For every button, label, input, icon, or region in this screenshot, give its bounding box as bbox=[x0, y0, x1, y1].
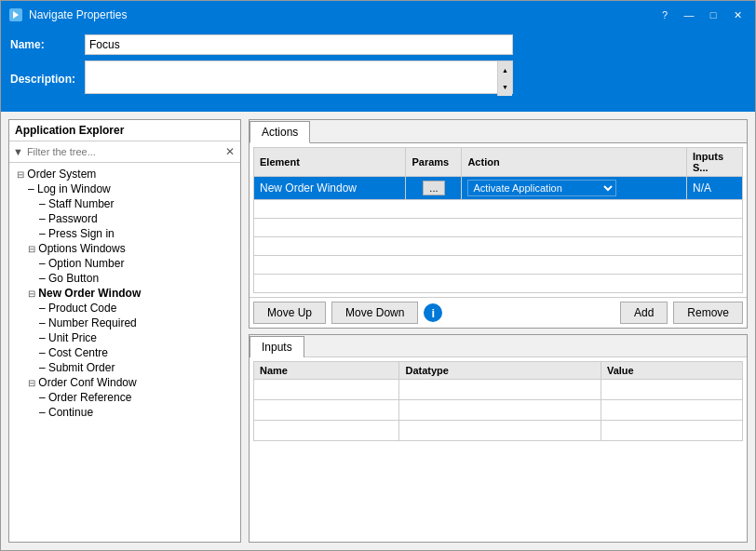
name-input[interactable] bbox=[85, 34, 513, 55]
description-wrapper: ▲ ▼ bbox=[85, 60, 513, 97]
tree-label-order-conf-window: Order Conf Window bbox=[38, 376, 136, 389]
dash-unit: – bbox=[39, 331, 48, 344]
tree-label-submit-order: Submit Order bbox=[48, 361, 115, 374]
tree-label-option-number: Option Number bbox=[48, 257, 124, 270]
filter-clear-button[interactable]: ✕ bbox=[223, 145, 236, 158]
expander-options: ⊟ bbox=[28, 244, 35, 254]
remove-button[interactable]: Remove bbox=[673, 302, 743, 324]
tree-label-staff-number: Staff Number bbox=[48, 197, 114, 210]
tree-item-order-conf-window[interactable]: ⊟ Order Conf Window bbox=[9, 375, 240, 390]
dash-press-sign: – bbox=[39, 227, 48, 240]
col-action: Action bbox=[462, 148, 687, 177]
empty-row-3 bbox=[254, 237, 743, 256]
col-params: Params bbox=[406, 148, 462, 177]
dash-option: – bbox=[39, 257, 48, 270]
window-title: Navigate Properties bbox=[29, 8, 655, 21]
expander-order-conf: ⊟ bbox=[28, 378, 35, 388]
description-label: Description: bbox=[10, 73, 85, 86]
col-element: Element bbox=[254, 148, 406, 177]
tree-item-staff-number[interactable]: – Staff Number bbox=[9, 196, 240, 211]
inputs-table: Name Datatype Value bbox=[253, 361, 743, 441]
dash-order-ref: – bbox=[39, 391, 48, 404]
tree-item-unit-price[interactable]: – Unit Price bbox=[9, 330, 240, 345]
move-down-button[interactable]: Move Down bbox=[331, 302, 418, 324]
right-panel: Actions Element Params Action Inputs S..… bbox=[249, 119, 748, 543]
empty-row-2 bbox=[254, 219, 743, 237]
minimize-button[interactable]: — bbox=[679, 7, 699, 23]
help-button[interactable]: ? bbox=[655, 7, 675, 23]
dash-staff: – bbox=[39, 197, 48, 210]
tree-label-unit-price: Unit Price bbox=[48, 331, 97, 344]
tree-label-order-reference: Order Reference bbox=[48, 391, 131, 404]
move-up-button[interactable]: Move Up bbox=[253, 302, 326, 324]
tree-item-press-sign-in[interactable]: – Press Sign in bbox=[9, 226, 240, 241]
info-icon[interactable]: i bbox=[424, 303, 442, 322]
tree-item-continue[interactable]: – Continue bbox=[9, 405, 240, 420]
dash-continue: – bbox=[39, 406, 48, 419]
scroll-down-btn[interactable]: ▼ bbox=[498, 79, 512, 97]
cell-params: ... bbox=[406, 177, 462, 200]
scroll-up-btn[interactable]: ▲ bbox=[498, 61, 512, 79]
tree-item-submit-order[interactable]: – Submit Order bbox=[9, 360, 240, 375]
description-row: Description: ▲ ▼ bbox=[10, 60, 746, 97]
tab-inputs[interactable]: Inputs bbox=[250, 336, 304, 357]
tree-label-new-order-window: New Order Window bbox=[38, 287, 141, 300]
textarea-scrollbar: ▲ ▼ bbox=[497, 61, 512, 96]
inputs-empty-row-3 bbox=[254, 421, 743, 441]
tree-item-product-code[interactable]: – Product Code bbox=[9, 301, 240, 316]
col-inputs-s: Inputs S... bbox=[687, 148, 743, 177]
cell-element: New Order Window bbox=[254, 177, 406, 200]
tree-label-number-required: Number Required bbox=[48, 316, 137, 329]
cell-inputs-s: N/A bbox=[687, 177, 743, 200]
dash-number: – bbox=[39, 316, 48, 329]
actions-table-header-row: Element Params Action Inputs S... bbox=[254, 148, 743, 177]
tree-item-log-in-window[interactable]: – Log in Window bbox=[9, 181, 240, 196]
expander-order-system: ⊟ bbox=[17, 169, 24, 180]
action-select[interactable]: Activate Application Click Set Value Get… bbox=[467, 180, 616, 196]
table-row[interactable]: New Order Window ... Activate Applicatio… bbox=[254, 177, 743, 200]
expander-new-order: ⊟ bbox=[28, 289, 35, 299]
dash-submit: – bbox=[39, 361, 48, 374]
dash-password: – bbox=[39, 212, 48, 225]
filter-row: ▼ ✕ bbox=[9, 141, 240, 163]
inputs-header-row: Name Datatype Value bbox=[254, 362, 743, 380]
tree-item-number-required[interactable]: – Number Required bbox=[9, 316, 240, 330]
filter-input[interactable] bbox=[27, 146, 222, 157]
header-area: Name: Description: ▲ ▼ bbox=[1, 29, 755, 112]
description-input[interactable] bbox=[85, 60, 513, 94]
tree-label-log-in-window: Log in Window bbox=[37, 182, 111, 195]
params-button[interactable]: ... bbox=[423, 181, 444, 195]
actions-table: Element Params Action Inputs S... New Or… bbox=[253, 147, 743, 293]
inputs-tab-header: Inputs bbox=[250, 335, 747, 357]
inputs-table-wrapper: Name Datatype Value bbox=[250, 357, 747, 542]
maximize-button[interactable]: □ bbox=[703, 7, 723, 23]
tree-label-go-button: Go Button bbox=[48, 272, 99, 285]
empty-row-1 bbox=[254, 200, 743, 219]
add-button[interactable]: Add bbox=[620, 302, 668, 324]
close-button[interactable]: ✕ bbox=[727, 7, 748, 23]
tree-item-order-system[interactable]: ⊟ Order System bbox=[9, 167, 240, 181]
dash-log: – bbox=[28, 182, 37, 195]
tab-header: Actions bbox=[250, 120, 747, 143]
left-panel: Application Explorer ▼ ✕ ⊟ Order System … bbox=[8, 119, 241, 543]
tree-item-order-reference[interactable]: – Order Reference bbox=[9, 390, 240, 405]
main-window: Navigate Properties ? — □ ✕ Name: Descri… bbox=[0, 0, 756, 551]
title-bar: Navigate Properties ? — □ ✕ bbox=[1, 1, 755, 29]
tree-label-continue: Continue bbox=[48, 406, 93, 419]
tree-label-options-windows: Options Windows bbox=[38, 242, 125, 255]
tree-item-new-order-window[interactable]: ⊟ New Order Window bbox=[9, 286, 240, 301]
actions-tab-area: Actions Element Params Action Inputs S..… bbox=[249, 119, 748, 329]
tree-item-password[interactable]: – Password bbox=[9, 211, 240, 226]
inputs-section: Inputs Name Datatype Value bbox=[249, 334, 748, 543]
window-controls: ? — □ ✕ bbox=[655, 7, 748, 23]
inputs-col-value: Value bbox=[601, 362, 742, 380]
dash-cost: – bbox=[39, 346, 48, 359]
inputs-col-name: Name bbox=[254, 362, 399, 380]
tree-item-go-button[interactable]: – Go Button bbox=[9, 271, 240, 286]
tree-item-option-number[interactable]: – Option Number bbox=[9, 256, 240, 271]
window-icon bbox=[8, 7, 23, 22]
tree-item-cost-centre[interactable]: – Cost Centre bbox=[9, 345, 240, 360]
tab-actions[interactable]: Actions bbox=[250, 121, 310, 143]
tree-item-options-windows[interactable]: ⊟ Options Windows bbox=[9, 241, 240, 256]
tree: ⊟ Order System – Log in Window – Staff N… bbox=[9, 163, 240, 542]
